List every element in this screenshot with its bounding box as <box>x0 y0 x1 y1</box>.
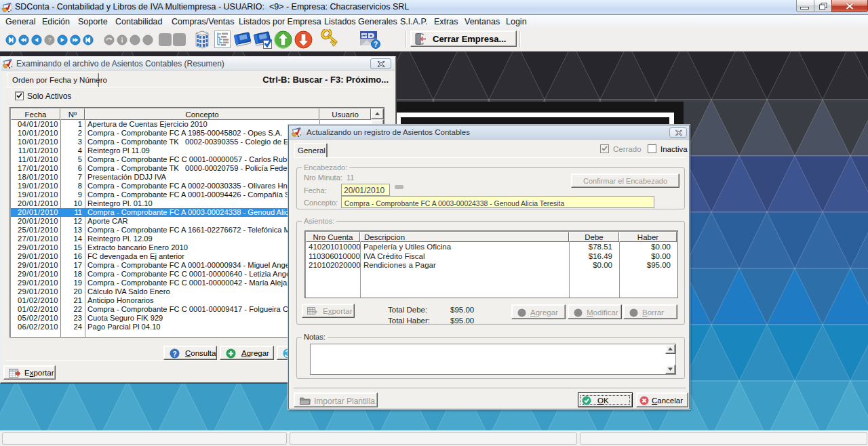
svg-text:?: ? <box>374 41 378 48</box>
svg-text:?: ? <box>48 37 52 43</box>
svg-text:?: ? <box>172 350 176 358</box>
